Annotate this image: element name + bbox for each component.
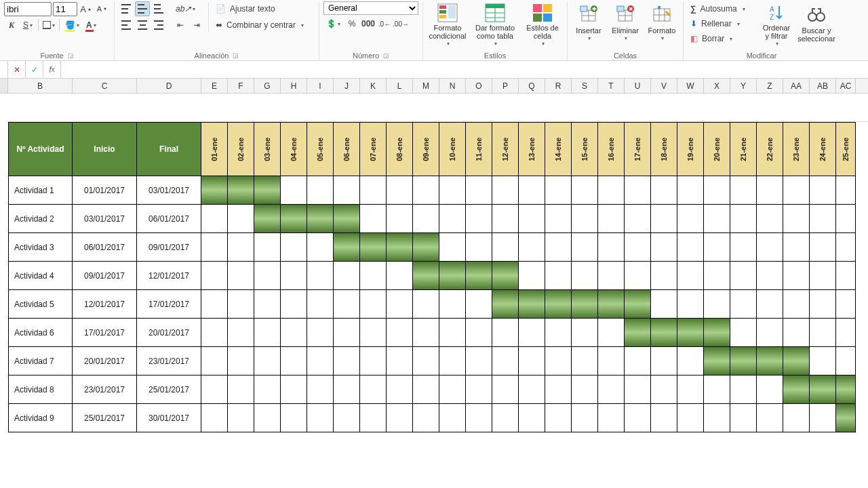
activity-name-cell[interactable]: Actividad 5: [8, 290, 73, 319]
gantt-empty-cell[interactable]: [519, 404, 545, 432]
gantt-empty-cell[interactable]: [730, 404, 757, 432]
conditional-format-button[interactable]: Formato condicional▾: [427, 1, 468, 46]
col-header-B[interactable]: B: [8, 79, 73, 93]
gantt-empty-cell[interactable]: [439, 347, 466, 375]
gantt-bar-cell[interactable]: [334, 233, 360, 262]
gantt-empty-cell[interactable]: [466, 290, 492, 319]
gantt-empty-cell[interactable]: [360, 347, 387, 375]
gantt-empty-cell[interactable]: [228, 205, 254, 233]
gantt-empty-cell[interactable]: [677, 205, 704, 233]
end-date-cell[interactable]: 03/01/2017: [137, 176, 201, 205]
gantt-empty-cell[interactable]: [413, 176, 439, 205]
gantt-empty-cell[interactable]: [625, 205, 651, 233]
row-header-gutter[interactable]: [0, 79, 8, 93]
autosum-button[interactable]: ∑Autosuma▾: [688, 1, 755, 16]
gantt-empty-cell[interactable]: [598, 176, 625, 205]
activity-name-cell[interactable]: Actividad 2: [8, 205, 73, 233]
gantt-empty-cell[interactable]: [466, 205, 492, 233]
day-header[interactable]: 05-ene: [307, 122, 334, 176]
gantt-empty-cell[interactable]: [730, 290, 757, 319]
gantt-empty-cell[interactable]: [519, 233, 545, 262]
gantt-empty-cell[interactable]: [387, 347, 413, 375]
name-box[interactable]: [0, 61, 8, 78]
gantt-empty-cell[interactable]: [836, 233, 856, 262]
gantt-empty-cell[interactable]: [334, 404, 360, 432]
number-dialog-launcher[interactable]: ◲: [383, 52, 389, 59]
gantt-empty-cell[interactable]: [201, 262, 228, 290]
day-header[interactable]: 10-ene: [439, 122, 466, 176]
col-header-O[interactable]: O: [466, 79, 492, 93]
gantt-empty-cell[interactable]: [783, 290, 810, 319]
col-header-T[interactable]: T: [598, 79, 625, 93]
find-select-button[interactable]: Buscar y seleccionar: [797, 1, 835, 46]
gantt-bar-cell[interactable]: [387, 233, 413, 262]
day-header[interactable]: 11-ene: [466, 122, 492, 176]
gantt-bar-cell[interactable]: [810, 375, 836, 404]
start-date-cell[interactable]: 03/01/2017: [73, 205, 137, 233]
gantt-empty-cell[interactable]: [677, 404, 704, 432]
gantt-empty-cell[interactable]: [598, 262, 625, 290]
gantt-empty-cell[interactable]: [228, 347, 254, 375]
gantt-empty-cell[interactable]: [730, 205, 757, 233]
col-header-K[interactable]: K: [360, 79, 387, 93]
end-date-cell[interactable]: 30/01/2017: [137, 404, 201, 432]
gantt-empty-cell[interactable]: [466, 319, 492, 347]
gantt-empty-cell[interactable]: [307, 375, 334, 404]
gantt-empty-cell[interactable]: [757, 205, 783, 233]
gantt-empty-cell[interactable]: [228, 375, 254, 404]
gantt-empty-cell[interactable]: [757, 176, 783, 205]
day-header[interactable]: 04-ene: [281, 122, 307, 176]
gantt-empty-cell[interactable]: [783, 176, 810, 205]
gantt-empty-cell[interactable]: [704, 176, 730, 205]
end-date-cell[interactable]: 23/01/2017: [137, 347, 201, 375]
gantt-empty-cell[interactable]: [598, 233, 625, 262]
gantt-empty-cell[interactable]: [810, 319, 836, 347]
col-header-N[interactable]: N: [439, 79, 466, 93]
gantt-empty-cell[interactable]: [598, 404, 625, 432]
gantt-empty-cell[interactable]: [677, 290, 704, 319]
gantt-bar-cell[interactable]: [201, 176, 228, 205]
end-date-cell[interactable]: 06/01/2017: [137, 205, 201, 233]
gantt-empty-cell[interactable]: [281, 176, 307, 205]
gantt-empty-cell[interactable]: [307, 233, 334, 262]
gantt-empty-cell[interactable]: [492, 375, 519, 404]
gantt-empty-cell[interactable]: [519, 347, 545, 375]
gantt-empty-cell[interactable]: [651, 375, 677, 404]
gantt-empty-cell[interactable]: [413, 290, 439, 319]
end-date-cell[interactable]: 09/01/2017: [137, 233, 201, 262]
percent-format-button[interactable]: %: [344, 16, 359, 31]
header-end[interactable]: Final: [137, 122, 201, 176]
gantt-empty-cell[interactable]: [783, 205, 810, 233]
gantt-empty-cell[interactable]: [281, 404, 307, 432]
gantt-empty-cell[interactable]: [545, 262, 572, 290]
gantt-empty-cell[interactable]: [254, 262, 281, 290]
col-header-W[interactable]: W: [677, 79, 704, 93]
gantt-empty-cell[interactable]: [254, 319, 281, 347]
gantt-bar-cell[interactable]: [492, 290, 519, 319]
gantt-empty-cell[interactable]: [387, 319, 413, 347]
gantt-empty-cell[interactable]: [387, 176, 413, 205]
gantt-empty-cell[interactable]: [757, 233, 783, 262]
day-header[interactable]: 02-ene: [228, 122, 254, 176]
gantt-empty-cell[interactable]: [334, 262, 360, 290]
col-header-S[interactable]: S: [572, 79, 598, 93]
gantt-empty-cell[interactable]: [334, 347, 360, 375]
gantt-empty-cell[interactable]: [281, 347, 307, 375]
gantt-empty-cell[interactable]: [810, 233, 836, 262]
accounting-format-button[interactable]: 💲▾: [323, 16, 343, 31]
header-activity[interactable]: Nº Actividad: [8, 122, 73, 176]
gantt-empty-cell[interactable]: [439, 233, 466, 262]
gantt-bar-cell[interactable]: [783, 375, 810, 404]
day-header[interactable]: 21-ene: [730, 122, 757, 176]
gantt-empty-cell[interactable]: [492, 319, 519, 347]
gantt-empty-cell[interactable]: [625, 262, 651, 290]
gantt-bar-cell[interactable]: [757, 347, 783, 375]
gantt-empty-cell[interactable]: [572, 319, 598, 347]
gantt-empty-cell[interactable]: [307, 262, 334, 290]
fill-button[interactable]: ⬇Rellenar▾: [688, 16, 755, 31]
activity-name-cell[interactable]: Actividad 9: [8, 404, 73, 432]
increase-font-button[interactable]: A: [79, 1, 94, 16]
gantt-empty-cell[interactable]: [439, 404, 466, 432]
gantt-bar-cell[interactable]: [307, 205, 334, 233]
gantt-empty-cell[interactable]: [704, 375, 730, 404]
